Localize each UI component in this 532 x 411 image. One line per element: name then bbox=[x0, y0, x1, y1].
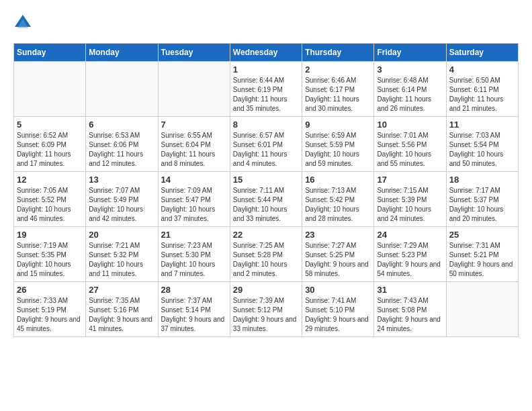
day-number: 5 bbox=[17, 120, 83, 130]
calendar-cell: 7Sunrise: 6:55 AMSunset: 6:04 PMDaylight… bbox=[158, 117, 230, 172]
day-number: 26 bbox=[17, 285, 83, 295]
day-info: Sunrise: 6:53 AMSunset: 6:06 PMDaylight:… bbox=[89, 131, 154, 169]
day-number: 28 bbox=[161, 285, 227, 295]
day-info: Sunrise: 7:11 AMSunset: 5:44 PMDaylight:… bbox=[233, 186, 299, 224]
day-info: Sunrise: 7:29 AMSunset: 5:23 PMDaylight:… bbox=[377, 241, 443, 279]
calendar-cell: 26Sunrise: 7:33 AMSunset: 5:19 PMDayligh… bbox=[14, 282, 86, 337]
day-number: 27 bbox=[89, 285, 154, 295]
calendar-cell: 1Sunrise: 6:44 AMSunset: 6:19 PMDaylight… bbox=[230, 62, 302, 117]
day-info: Sunrise: 7:35 AMSunset: 5:16 PMDaylight:… bbox=[89, 296, 154, 334]
day-number: 8 bbox=[233, 120, 299, 130]
calendar-cell: 15Sunrise: 7:11 AMSunset: 5:44 PMDayligh… bbox=[230, 172, 302, 227]
calendar-table: SundayMondayTuesdayWednesdayThursdayFrid… bbox=[13, 43, 519, 337]
day-number: 30 bbox=[305, 285, 371, 295]
day-number: 11 bbox=[449, 120, 515, 130]
day-info: Sunrise: 6:57 AMSunset: 6:01 PMDaylight:… bbox=[233, 131, 299, 169]
calendar-cell: 14Sunrise: 7:09 AMSunset: 5:47 PMDayligh… bbox=[158, 172, 230, 227]
day-info: Sunrise: 6:55 AMSunset: 6:04 PMDaylight:… bbox=[161, 131, 227, 169]
calendar-header-saturday: Saturday bbox=[446, 44, 518, 62]
day-info: Sunrise: 7:15 AMSunset: 5:39 PMDaylight:… bbox=[377, 186, 443, 224]
calendar-cell: 23Sunrise: 7:27 AMSunset: 5:25 PMDayligh… bbox=[302, 227, 374, 282]
calendar-cell: 9Sunrise: 6:59 AMSunset: 5:59 PMDaylight… bbox=[302, 117, 374, 172]
calendar-cell: 4Sunrise: 6:50 AMSunset: 6:11 PMDaylight… bbox=[446, 62, 518, 117]
day-info: Sunrise: 7:01 AMSunset: 5:56 PMDaylight:… bbox=[377, 131, 443, 169]
calendar-cell: 12Sunrise: 7:05 AMSunset: 5:52 PMDayligh… bbox=[14, 172, 86, 227]
day-info: Sunrise: 7:03 AMSunset: 5:54 PMDaylight:… bbox=[449, 131, 515, 169]
day-number: 1 bbox=[233, 64, 299, 75]
day-info: Sunrise: 7:07 AMSunset: 5:49 PMDaylight:… bbox=[89, 186, 154, 224]
calendar-week-row-1: 5Sunrise: 6:52 AMSunset: 6:09 PMDaylight… bbox=[14, 117, 519, 172]
day-number: 21 bbox=[161, 230, 227, 240]
day-number: 12 bbox=[17, 175, 83, 185]
calendar-header-tuesday: Tuesday bbox=[158, 44, 230, 62]
calendar-header-sunday: Sunday bbox=[14, 44, 86, 62]
day-number: 24 bbox=[377, 230, 443, 240]
day-number: 20 bbox=[89, 230, 154, 240]
day-number: 22 bbox=[233, 230, 299, 240]
calendar-cell: 24Sunrise: 7:29 AMSunset: 5:23 PMDayligh… bbox=[374, 227, 446, 282]
calendar-cell bbox=[14, 62, 86, 117]
calendar-cell: 5Sunrise: 6:52 AMSunset: 6:09 PMDaylight… bbox=[14, 117, 86, 172]
day-info: Sunrise: 7:33 AMSunset: 5:19 PMDaylight:… bbox=[17, 296, 83, 334]
day-info: Sunrise: 7:09 AMSunset: 5:47 PMDaylight:… bbox=[161, 186, 227, 224]
day-number: 31 bbox=[377, 285, 443, 295]
calendar-cell: 11Sunrise: 7:03 AMSunset: 5:54 PMDayligh… bbox=[446, 117, 518, 172]
calendar-cell: 29Sunrise: 7:39 AMSunset: 5:12 PMDayligh… bbox=[230, 282, 302, 337]
day-number: 6 bbox=[89, 120, 154, 130]
day-number: 3 bbox=[377, 64, 443, 75]
calendar-header-wednesday: Wednesday bbox=[230, 44, 302, 62]
calendar-week-row-2: 12Sunrise: 7:05 AMSunset: 5:52 PMDayligh… bbox=[14, 172, 519, 227]
day-info: Sunrise: 7:21 AMSunset: 5:32 PMDaylight:… bbox=[89, 241, 154, 279]
day-info: Sunrise: 7:27 AMSunset: 5:25 PMDaylight:… bbox=[305, 241, 371, 279]
calendar-cell: 19Sunrise: 7:19 AMSunset: 5:35 PMDayligh… bbox=[14, 227, 86, 282]
calendar-cell: 21Sunrise: 7:23 AMSunset: 5:30 PMDayligh… bbox=[158, 227, 230, 282]
calendar-cell: 20Sunrise: 7:21 AMSunset: 5:32 PMDayligh… bbox=[86, 227, 158, 282]
day-info: Sunrise: 6:44 AMSunset: 6:19 PMDaylight:… bbox=[233, 76, 299, 113]
calendar-cell bbox=[446, 282, 518, 337]
calendar-cell: 31Sunrise: 7:43 AMSunset: 5:08 PMDayligh… bbox=[374, 282, 446, 337]
day-number: 23 bbox=[305, 230, 371, 240]
day-info: Sunrise: 7:13 AMSunset: 5:42 PMDaylight:… bbox=[305, 186, 371, 224]
day-number: 18 bbox=[449, 175, 515, 185]
calendar-header-monday: Monday bbox=[86, 44, 158, 62]
day-info: Sunrise: 7:23 AMSunset: 5:30 PMDaylight:… bbox=[161, 241, 227, 279]
calendar-cell: 6Sunrise: 6:53 AMSunset: 6:06 PMDaylight… bbox=[86, 117, 158, 172]
day-number: 29 bbox=[233, 285, 299, 295]
calendar-week-row-0: 1Sunrise: 6:44 AMSunset: 6:19 PMDaylight… bbox=[14, 62, 519, 117]
calendar-week-row-3: 19Sunrise: 7:19 AMSunset: 5:35 PMDayligh… bbox=[14, 227, 519, 282]
day-number: 14 bbox=[161, 175, 227, 185]
logo-icon bbox=[13, 13, 32, 32]
day-number: 16 bbox=[305, 175, 371, 185]
calendar-cell: 8Sunrise: 6:57 AMSunset: 6:01 PMDaylight… bbox=[230, 117, 302, 172]
calendar-cell: 13Sunrise: 7:07 AMSunset: 5:49 PMDayligh… bbox=[86, 172, 158, 227]
day-info: Sunrise: 6:46 AMSunset: 6:17 PMDaylight:… bbox=[305, 76, 371, 113]
day-number: 7 bbox=[161, 120, 227, 130]
calendar-cell: 17Sunrise: 7:15 AMSunset: 5:39 PMDayligh… bbox=[374, 172, 446, 227]
day-info: Sunrise: 7:31 AMSunset: 5:21 PMDaylight:… bbox=[449, 241, 515, 279]
calendar-cell: 10Sunrise: 7:01 AMSunset: 5:56 PMDayligh… bbox=[374, 117, 446, 172]
calendar-header-row: SundayMondayTuesdayWednesdayThursdayFrid… bbox=[14, 44, 519, 62]
calendar-cell: 28Sunrise: 7:37 AMSunset: 5:14 PMDayligh… bbox=[158, 282, 230, 337]
day-info: Sunrise: 7:39 AMSunset: 5:12 PMDaylight:… bbox=[233, 296, 299, 334]
day-number: 25 bbox=[449, 230, 515, 240]
day-info: Sunrise: 6:48 AMSunset: 6:14 PMDaylight:… bbox=[377, 76, 443, 113]
day-number: 4 bbox=[449, 64, 515, 75]
calendar-cell: 27Sunrise: 7:35 AMSunset: 5:16 PMDayligh… bbox=[86, 282, 158, 337]
day-number: 10 bbox=[377, 120, 443, 130]
day-info: Sunrise: 6:50 AMSunset: 6:11 PMDaylight:… bbox=[449, 76, 515, 113]
calendar-header-friday: Friday bbox=[374, 44, 446, 62]
calendar-cell bbox=[158, 62, 230, 117]
day-info: Sunrise: 7:37 AMSunset: 5:14 PMDaylight:… bbox=[161, 296, 227, 334]
calendar-cell: 22Sunrise: 7:25 AMSunset: 5:28 PMDayligh… bbox=[230, 227, 302, 282]
day-info: Sunrise: 6:52 AMSunset: 6:09 PMDaylight:… bbox=[17, 131, 83, 169]
day-number: 13 bbox=[89, 175, 154, 185]
day-number: 19 bbox=[17, 230, 83, 240]
day-info: Sunrise: 7:25 AMSunset: 5:28 PMDaylight:… bbox=[233, 241, 299, 279]
calendar-header-thursday: Thursday bbox=[302, 44, 374, 62]
calendar-cell: 16Sunrise: 7:13 AMSunset: 5:42 PMDayligh… bbox=[302, 172, 374, 227]
calendar-cell bbox=[86, 62, 158, 117]
day-number: 17 bbox=[377, 175, 443, 185]
calendar-cell: 3Sunrise: 6:48 AMSunset: 6:14 PMDaylight… bbox=[374, 62, 446, 117]
day-info: Sunrise: 7:05 AMSunset: 5:52 PMDaylight:… bbox=[17, 186, 83, 224]
calendar-cell: 2Sunrise: 6:46 AMSunset: 6:17 PMDaylight… bbox=[302, 62, 374, 117]
